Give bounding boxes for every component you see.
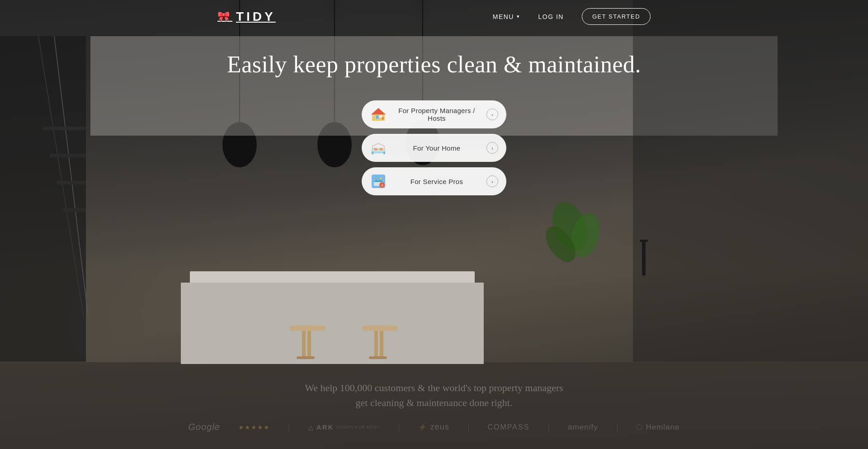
- service-pros-icon: ✕: [370, 173, 387, 190]
- svg-point-48: [380, 178, 382, 180]
- menu-cards: For Property Managers / Hosts ›: [362, 100, 506, 195]
- svg-rect-33: [379, 115, 382, 118]
- svg-rect-35: [373, 120, 375, 121]
- menu-label: MENU: [493, 13, 514, 20]
- menu-button[interactable]: MENU ▾: [493, 13, 520, 20]
- svg-marker-31: [371, 108, 386, 114]
- logo[interactable]: 🎀 TIDY: [217, 9, 276, 24]
- your-home-icon: [370, 139, 387, 156]
- hero-title: Easily keep properties clean & maintaine…: [227, 51, 641, 78]
- svg-rect-42: [374, 148, 377, 151]
- svg-rect-37: [382, 119, 383, 120]
- svg-rect-43: [379, 148, 383, 151]
- svg-text:✕: ✕: [380, 184, 383, 188]
- main-content: 🎀 TIDY MENU ▾ LOG IN GET STARTED Easily …: [0, 0, 868, 449]
- navbar: 🎀 TIDY MENU ▾ LOG IN GET STARTED: [0, 0, 868, 33]
- card-property-managers[interactable]: For Property Managers / Hosts ›: [362, 100, 506, 128]
- your-home-arrow: ›: [486, 142, 498, 154]
- property-managers-arrow: ›: [486, 109, 498, 120]
- card-your-home[interactable]: For Your Home ›: [362, 134, 506, 162]
- property-managers-label: For Property Managers / Hosts: [393, 107, 480, 122]
- service-pros-label: For Service Pros: [393, 178, 480, 185]
- svg-rect-32: [376, 115, 378, 119]
- svg-rect-41: [372, 150, 385, 151]
- logo-icon: 🎀: [217, 11, 232, 23]
- logo-text: TIDY: [236, 9, 276, 24]
- get-started-button[interactable]: GET STARTED: [582, 8, 651, 25]
- login-button[interactable]: LOG IN: [538, 13, 563, 20]
- card-service-pros[interactable]: ✕ For Service Pros ›: [362, 167, 506, 195]
- service-pros-arrow: ›: [486, 175, 498, 187]
- svg-point-36: [382, 117, 384, 119]
- menu-chevron: ▾: [517, 14, 520, 19]
- svg-rect-50: [374, 184, 380, 185]
- hero-section: Easily keep properties clean & maintaine…: [227, 51, 641, 195]
- your-home-label: For Your Home: [393, 144, 480, 152]
- property-managers-icon: [370, 106, 387, 123]
- svg-point-34: [372, 118, 374, 120]
